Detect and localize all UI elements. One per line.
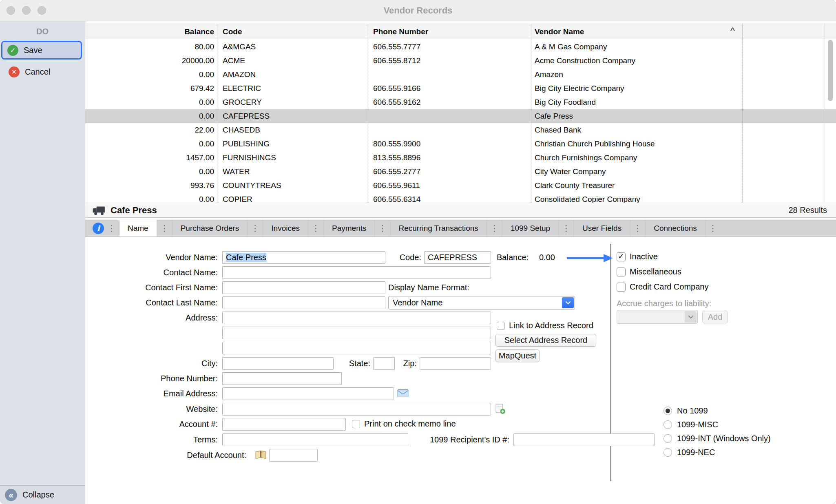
terms-input[interactable] [222, 433, 408, 446]
address-line1-input[interactable] [222, 312, 491, 324]
phone-number-input[interactable] [222, 372, 342, 385]
credit-card-company-checkbox[interactable] [617, 283, 626, 292]
select-address-record-button[interactable]: Select Address Record [495, 334, 596, 347]
inactive-checkbox[interactable]: ✓ [617, 252, 626, 261]
table-row[interactable]: 22.00CHASEDBChased Bank [85, 123, 836, 137]
radio-1099-int[interactable]: 1099-INT (Windows Only) [663, 434, 771, 443]
cancel-button[interactable]: ✕ Cancel [2, 64, 82, 80]
chevron-down-icon [562, 297, 574, 308]
vendor-truck-icon [92, 205, 106, 216]
miscellaneous-checkbox-row[interactable]: Miscellaneous [617, 267, 681, 276]
address-label: Address: [186, 312, 218, 324]
tab-drag-handle-icon: ⋮ [160, 220, 169, 237]
recipient-id-input[interactable] [513, 433, 655, 446]
table-cell-code: FURNISHINGS [223, 151, 365, 165]
radio-icon[interactable] [663, 434, 672, 443]
tab-drag-handle-icon: ⋮ [633, 220, 642, 237]
contact-first-name-input[interactable] [222, 281, 385, 294]
table-row[interactable]: 0.00WATER606.555.2777City Water Company [85, 165, 836, 179]
radio-1099-nec[interactable]: 1099-NEC [663, 448, 715, 457]
accrue-liability-select[interactable] [617, 310, 698, 324]
contact-name-input[interactable] [222, 266, 491, 279]
vendor-name-input[interactable]: Cafe Press [222, 251, 385, 264]
tab-1099-setup[interactable]: 1099 Setup [502, 220, 559, 237]
table-row[interactable]: 0.00COPIER606.555.6314Consolidated Copie… [85, 192, 836, 203]
table-cell-phone: 800.555.9900 [373, 137, 528, 151]
table-row[interactable]: 0.00GROCERY606.555.9162Big City Foodland [85, 95, 836, 109]
column-header-balance[interactable]: Balance [85, 24, 214, 40]
radio-icon[interactable] [663, 420, 672, 429]
print-memo-checkbox[interactable] [352, 420, 360, 428]
cancel-x-icon: ✕ [9, 66, 20, 77]
table-cell-balance: 0.00 [85, 109, 214, 123]
table-row[interactable]: 80.00A&MGAS606.555.7777A & M Gas Company [85, 40, 836, 54]
table-cell-code: COUNTYTREAS [223, 179, 365, 192]
email-address-input[interactable] [222, 387, 394, 400]
contact-last-name-input[interactable] [222, 296, 385, 309]
tab-connections[interactable]: Connections [645, 220, 706, 237]
address-line3-input[interactable] [222, 342, 491, 354]
tab-purchase-orders[interactable]: Purchase Orders [172, 220, 248, 237]
state-label: State: [349, 357, 370, 370]
column-separator [531, 24, 531, 203]
radio-no-1099-label: No 1099 [677, 406, 708, 416]
add-liability-button[interactable]: Add [702, 311, 728, 323]
radio-1099-misc[interactable]: 1099-MISC [663, 420, 718, 429]
column-header-phone[interactable]: Phone Number [373, 24, 528, 40]
radio-icon[interactable] [663, 448, 672, 457]
display-name-format-select[interactable]: Vendor Name [388, 296, 575, 309]
tab-name[interactable]: Name [119, 220, 157, 237]
print-memo-label: Print on check memo line [364, 419, 456, 429]
sort-ascending-icon: ^ [730, 24, 735, 39]
miscellaneous-checkbox[interactable] [617, 267, 626, 276]
tab-payments[interactable]: Payments [323, 220, 375, 237]
collapse-chevrons-icon: « [5, 489, 17, 501]
code-input[interactable] [424, 251, 491, 264]
print-memo-checkbox-row[interactable]: Print on check memo line [352, 419, 456, 429]
table-cell-code: AMAZON [223, 68, 365, 82]
table-scrollbar-thumb[interactable] [828, 40, 833, 101]
column-header-vendor-name[interactable]: Vendor Name ^ [535, 24, 741, 40]
city-input[interactable] [222, 357, 334, 370]
balance-label: Balance: [497, 251, 529, 264]
table-row[interactable]: 0.00AMAZONAmazon [85, 68, 836, 82]
credit-card-company-checkbox-row[interactable]: Credit Card Company [617, 282, 708, 292]
tab-user-fields[interactable]: User Fields [574, 220, 630, 237]
table-row[interactable]: 1457.00FURNISHINGS813.555.8896Church Fur… [85, 151, 836, 165]
default-account-input[interactable] [269, 449, 318, 462]
table-cell-name: Big City Foodland [535, 95, 741, 109]
table-row[interactable]: 993.76COUNTYTREAS606.555.9611Clark Count… [85, 179, 836, 192]
mapquest-button[interactable]: MapQuest [495, 349, 540, 362]
link-address-checkbox-row[interactable]: Link to Address Record [497, 321, 593, 330]
radio-1099-nec-label: 1099-NEC [677, 448, 715, 457]
miscellaneous-label: Miscellaneous [630, 267, 681, 276]
radio-no-1099[interactable]: No 1099 [663, 406, 708, 416]
address-line2-input[interactable] [222, 327, 491, 339]
link-address-checkbox[interactable] [497, 322, 505, 330]
tab-recurring-transactions[interactable]: Recurring Transactions [390, 220, 487, 237]
ledger-book-icon[interactable] [255, 450, 267, 460]
table-row[interactable]: 0.00PUBLISHING800.555.9900Christian Chur… [85, 137, 836, 151]
table-row[interactable]: 0.00CAFEPRESSCafe Press [85, 109, 836, 123]
vendor-name-header-label: Vendor Name [535, 27, 584, 36]
tab-invoices[interactable]: Invoices [263, 220, 308, 237]
table-row[interactable]: 20000.00ACME606.555.8712Acme Constructio… [85, 54, 836, 68]
info-icon[interactable]: i [93, 223, 104, 234]
column-separator [742, 24, 743, 203]
column-header-code[interactable]: Code [223, 24, 365, 40]
zip-input[interactable] [420, 357, 491, 370]
state-input[interactable] [373, 357, 395, 370]
account-number-input[interactable] [222, 418, 346, 431]
collapse-button[interactable]: « Collapse [0, 485, 85, 504]
table-row[interactable]: 679.42ELECTRIC606.555.9166Big City Elect… [85, 82, 836, 95]
table-cell-name: Chased Bank [535, 123, 741, 137]
save-button[interactable]: ✓ Save [1, 41, 82, 60]
checkmark-icon: ✓ [618, 252, 624, 261]
inactive-checkbox-row[interactable]: ✓ Inactive [617, 252, 658, 261]
radio-selected-icon[interactable] [663, 407, 672, 415]
table-cell-phone: 606.555.9166 [373, 82, 528, 95]
pointer-arrow-icon [565, 251, 614, 265]
open-website-icon[interactable] [495, 403, 506, 414]
email-icon[interactable] [397, 388, 409, 398]
website-input[interactable] [222, 403, 491, 416]
